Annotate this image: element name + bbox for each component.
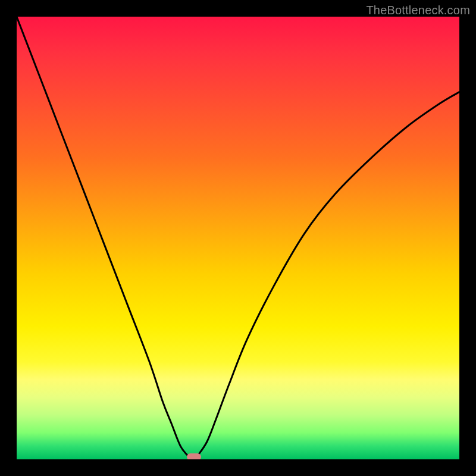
plot-area [17,17,459,459]
minimum-marker [187,453,201,459]
watermark-label: TheBottleneck.com [366,4,470,17]
chart-container: TheBottleneck.com [0,0,476,476]
curve-svg [17,17,459,459]
bottleneck-curve-path [17,17,459,459]
